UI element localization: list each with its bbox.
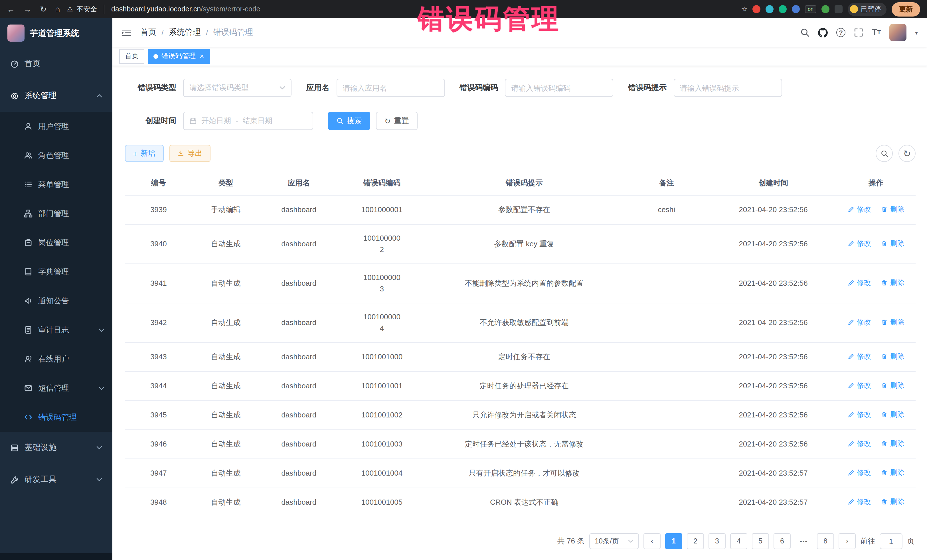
toggle-search-button[interactable] <box>876 145 893 162</box>
sidebar-item-dev-tools[interactable]: 研发工具 <box>0 464 112 496</box>
sidebar-item-dict[interactable]: 字典管理 <box>0 257 112 286</box>
user-avatar[interactable] <box>889 24 906 41</box>
page-button-1[interactable]: 1 <box>665 533 682 549</box>
page-size-select[interactable]: 10条/页 <box>589 533 639 549</box>
bookmark-star-icon[interactable]: ☆ <box>741 6 747 12</box>
security-chip[interactable]: ⚠ 不安全 <box>67 4 97 14</box>
sidebar-item-notice[interactable]: 通知公告 <box>0 286 112 316</box>
page-button-8[interactable]: 8 <box>817 533 834 549</box>
github-icon[interactable] <box>818 28 828 37</box>
avatar-caret-icon[interactable]: ▾ <box>915 29 918 36</box>
profile-paused-pill[interactable]: 已暂停 <box>848 3 886 16</box>
cell-app: dashboard <box>259 303 338 343</box>
cell-type: 自动生成 <box>192 372 260 401</box>
refresh-table-button[interactable]: ↻ <box>898 145 916 162</box>
tab-error-code[interactable]: 错误码管理 × <box>148 49 210 64</box>
extension-on-badge[interactable]: on <box>805 5 816 13</box>
edit-link[interactable]: 修改 <box>848 380 871 391</box>
page-button-6[interactable]: 6 <box>774 533 791 549</box>
hamburger-icon[interactable] <box>122 28 131 37</box>
delete-link[interactable]: 删除 <box>881 277 904 288</box>
sidebar-item-roles[interactable]: 角色管理 <box>0 141 112 170</box>
sidebar-item-audit-log[interactable]: 审计日志 <box>0 316 112 344</box>
sidebar-item-home[interactable]: 首页 <box>0 48 112 80</box>
search-icon[interactable] <box>800 28 810 37</box>
breadcrumb-home[interactable]: 首页 <box>140 27 156 38</box>
extension-pin-icon[interactable] <box>834 5 843 13</box>
page-button-5[interactable]: 5 <box>752 533 769 549</box>
cell-id: 3940 <box>125 225 192 264</box>
reset-button[interactable]: ↻ 重置 <box>376 112 418 130</box>
delete-link[interactable]: 删除 <box>881 467 904 478</box>
address-bar[interactable]: dashboard.yudao.iocoder.cn/system/error-… <box>111 5 260 13</box>
back-icon[interactable]: ← <box>7 5 15 13</box>
tab-label: 错误码管理 <box>161 51 196 61</box>
sidebar-item-system[interactable]: 系统管理 <box>0 80 112 112</box>
error-msg-input[interactable] <box>673 79 782 97</box>
add-button[interactable]: + 新增 <box>125 145 163 162</box>
help-icon[interactable]: ? <box>836 28 845 37</box>
edit-link[interactable]: 修改 <box>848 467 871 478</box>
delete-link[interactable]: 删除 <box>881 351 904 362</box>
error-code-input[interactable] <box>505 79 613 97</box>
page-button-2[interactable]: 2 <box>687 533 704 549</box>
sidebar-logo[interactable]: 芋道管理系统 <box>0 18 112 48</box>
extension-red-icon[interactable] <box>752 5 760 13</box>
search-button[interactable]: 搜索 <box>328 112 370 130</box>
delete-link[interactable]: 删除 <box>881 409 904 420</box>
breadcrumb-system[interactable]: 系统管理 <box>169 27 201 38</box>
delete-link[interactable]: 删除 <box>881 438 904 449</box>
delete-link[interactable]: 删除 <box>881 380 904 391</box>
sidebar-item-online-users[interactable]: 在线用户 <box>0 344 112 373</box>
cell-remark: ceshi <box>623 195 710 225</box>
sidebar-item-error-code[interactable]: 错误码管理 <box>0 403 112 432</box>
sidebar-item-label: 字典管理 <box>38 267 69 277</box>
sidebar-item-posts[interactable]: 岗位管理 <box>0 228 112 257</box>
prev-page-button[interactable]: ‹ <box>643 533 661 549</box>
delete-link[interactable]: 删除 <box>881 496 904 508</box>
calendar-icon <box>189 117 197 124</box>
sidebar-item-users[interactable]: 用户管理 <box>0 112 112 141</box>
edit-link[interactable]: 修改 <box>848 277 871 288</box>
profile-emoji-icon <box>850 5 858 13</box>
tab-home[interactable]: 首页 <box>119 49 144 64</box>
cell-id: 3944 <box>125 372 192 401</box>
edit-link[interactable]: 修改 <box>848 203 871 215</box>
delete-link[interactable]: 删除 <box>881 317 904 328</box>
error-type-select[interactable]: 请选择错误码类型 <box>183 79 292 97</box>
close-icon[interactable]: × <box>200 52 204 60</box>
goto-page-input[interactable] <box>880 533 903 549</box>
extension-green-icon[interactable] <box>779 5 787 13</box>
fullscreen-icon[interactable] <box>854 28 863 37</box>
delete-link[interactable]: 删除 <box>881 203 904 215</box>
forward-icon[interactable]: → <box>23 5 31 13</box>
next-page-button[interactable]: › <box>839 533 856 549</box>
edit-link[interactable]: 修改 <box>848 409 871 420</box>
sidebar-item-menus[interactable]: 菜单管理 <box>0 170 112 199</box>
extension-teal-icon[interactable] <box>766 5 774 13</box>
sidebar-item-departments[interactable]: 部门管理 <box>0 199 112 228</box>
sidebar-footer-strip[interactable] <box>0 553 112 560</box>
export-button[interactable]: 导出 <box>169 145 210 162</box>
edit-link[interactable]: 修改 <box>848 351 871 362</box>
browser-update-button[interactable]: 更新 <box>892 2 920 16</box>
sidebar-item-infrastructure[interactable]: 基础设施 <box>0 432 112 464</box>
page-button-3[interactable]: 3 <box>708 533 726 549</box>
home-icon[interactable]: ⌂ <box>55 5 60 13</box>
logo-image <box>8 24 24 42</box>
app-name-input[interactable] <box>336 79 445 97</box>
document-icon <box>24 326 32 334</box>
extension-leaf-icon[interactable] <box>821 5 830 13</box>
extension-blue-icon[interactable] <box>792 5 800 13</box>
edit-link[interactable]: 修改 <box>848 238 871 249</box>
page-button-4[interactable]: 4 <box>730 533 747 549</box>
edit-link[interactable]: 修改 <box>848 438 871 449</box>
delete-link[interactable]: 删除 <box>881 238 904 249</box>
page-ellipsis[interactable]: ••• <box>795 533 812 549</box>
date-range-picker[interactable]: 开始日期 - 结束日期 <box>183 112 313 130</box>
edit-link[interactable]: 修改 <box>848 317 871 328</box>
edit-link[interactable]: 修改 <box>848 496 871 508</box>
font-size-icon[interactable]: TT <box>872 28 881 37</box>
reload-icon[interactable]: ↻ <box>40 5 47 13</box>
sidebar-item-sms[interactable]: 短信管理 <box>0 373 112 403</box>
